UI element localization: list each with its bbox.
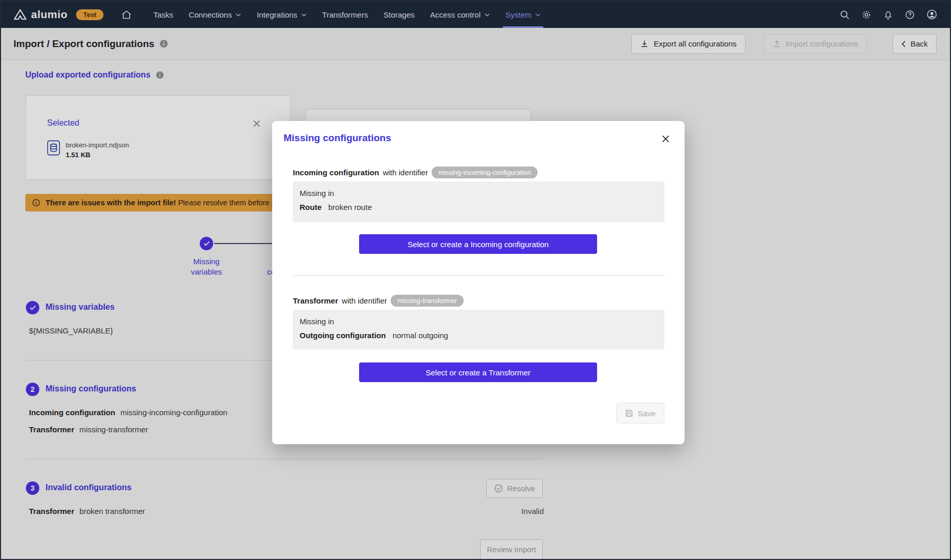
missing-configurations-modal: Missing configurations Incoming configur… (272, 121, 685, 444)
entry-type-label: Incoming configuration (293, 168, 379, 177)
action-label: Select or create a Incoming configuratio… (408, 240, 549, 249)
location-value: broken route (329, 203, 372, 211)
app-root: alumio Test Tasks Connections Integratio… (0, 0, 951, 560)
missing-in-label: Missing in (300, 317, 658, 326)
modal-close-button[interactable] (661, 134, 670, 143)
modal-entry-header: Incoming configuration with identifier m… (293, 167, 664, 178)
identifier-pill: missing-incoming-configuration (432, 167, 538, 178)
entry-with-text: with identifier (342, 296, 388, 305)
divider (293, 275, 664, 276)
save-label: Save (638, 409, 656, 418)
identifier-pill: missing-transformer (391, 295, 464, 307)
modal-title: Missing configurations (284, 132, 391, 144)
save-button[interactable]: Save (616, 403, 664, 423)
location-label: Route (300, 203, 322, 211)
select-or-create-incoming-configuration-button[interactable]: Select or create a Incoming configuratio… (359, 234, 597, 254)
missing-in-panel: Missing in Outgoing configuration normal… (293, 310, 664, 350)
location-value: normal outgoing (393, 331, 449, 340)
save-icon (625, 409, 633, 417)
select-or-create-transformer-button[interactable]: Select or create a Transformer (359, 362, 597, 382)
entry-type-label: Transformer (293, 296, 338, 305)
close-icon (661, 134, 670, 143)
entry-with-text: with identifier (383, 168, 428, 177)
location-label: Outgoing configuration (300, 331, 386, 340)
missing-in-panel: Missing in Route broken route (293, 181, 664, 222)
missing-in-label: Missing in (300, 189, 658, 198)
action-label: Select or create a Transformer (426, 368, 531, 377)
modal-entry-header: Transformer with identifier missing-tran… (293, 295, 664, 307)
